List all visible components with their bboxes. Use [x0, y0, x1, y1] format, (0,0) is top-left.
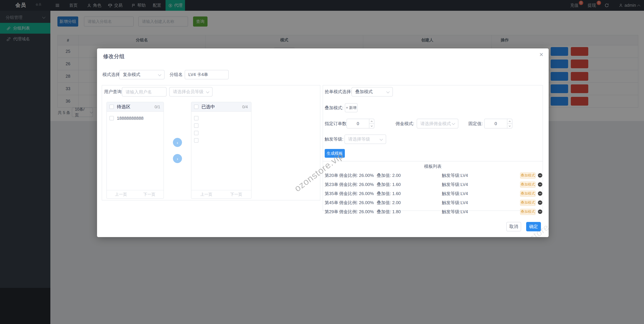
- next-page-link[interactable]: 下一页: [143, 192, 156, 197]
- cancel-button[interactable]: 取消: [506, 222, 521, 231]
- stack-mode-tag: 叠加模式: [520, 182, 536, 188]
- item-checkbox[interactable]: [194, 123, 198, 128]
- list-item[interactable]: [192, 129, 251, 136]
- commission-mode-select[interactable]: 请选择佣金模式: [417, 119, 458, 128]
- chevron-down-icon: [386, 90, 390, 93]
- step-down-icon[interactable]: [507, 123, 512, 128]
- remove-template-icon[interactable]: [538, 191, 542, 196]
- target-count: 0/4: [242, 104, 248, 109]
- grab-mode-select[interactable]: 叠加模式: [352, 87, 393, 96]
- add-new-button[interactable]: + 新增: [345, 103, 358, 112]
- user-query-label: 用户查询: [104, 87, 122, 96]
- next-page-link[interactable]: 下一页: [230, 192, 242, 197]
- chevron-down-icon: [206, 90, 209, 93]
- confirm-button[interactable]: 确定: [526, 222, 541, 231]
- mode-select[interactable]: 复杂模式: [119, 70, 164, 79]
- close-icon[interactable]: ×: [540, 51, 543, 58]
- group-name-input[interactable]: [185, 70, 229, 79]
- edit-group-modal: 修改分组 × 模式选择 复杂模式 分组名 用户查询 请选择会员等级: [97, 48, 549, 237]
- order-count-stepper[interactable]: [346, 119, 374, 128]
- template-list-title: 模板列表: [323, 164, 542, 170]
- prev-page-link[interactable]: 上一页: [200, 192, 212, 197]
- user-select-panel: 用户查询 请选择会员等级 待选区 0/1 18888888888: [102, 85, 320, 200]
- stack-mode-label: 叠加模式:: [325, 103, 343, 112]
- target-title: 已选中: [202, 104, 215, 110]
- list-item[interactable]: [192, 122, 251, 129]
- target-list-pagination: 上一页 下一页: [192, 190, 251, 198]
- source-list-header: 待选区 0/1: [107, 102, 164, 112]
- select-all-checkbox[interactable]: [194, 105, 198, 109]
- remove-template-icon[interactable]: [538, 173, 542, 178]
- remove-template-icon[interactable]: [538, 182, 542, 187]
- modal-title: 修改分组: [103, 53, 124, 60]
- move-right-button[interactable]: ›: [173, 154, 182, 163]
- username-input[interactable]: [122, 87, 166, 96]
- fixed-value-stepper[interactable]: [484, 119, 512, 128]
- chevron-down-icon: [452, 122, 455, 125]
- template-row: 第29单 佣金比例: 26.00% 叠加值: 1.80 触发等级:LV4 叠加模…: [323, 207, 542, 216]
- mode-select-label: 模式选择: [102, 70, 120, 79]
- list-item[interactable]: [192, 114, 251, 122]
- item-checkbox[interactable]: [194, 138, 198, 142]
- item-checkbox[interactable]: [194, 131, 198, 135]
- item-checkbox[interactable]: [110, 116, 114, 120]
- chevron-down-icon: [380, 137, 383, 140]
- chevron-down-icon: [158, 73, 161, 76]
- list-item[interactable]: [192, 136, 251, 144]
- order-count-label: 指定订单数:: [325, 119, 348, 128]
- generate-template-button[interactable]: 生成模板: [325, 149, 345, 158]
- step-up-icon[interactable]: [507, 119, 512, 123]
- member-level-select[interactable]: 请选择会员等级: [169, 87, 212, 96]
- trigger-level-select[interactable]: 请选择等级: [344, 134, 386, 144]
- stack-mode-tag: 叠加模式: [520, 172, 536, 178]
- source-count: 0/1: [154, 104, 160, 109]
- group-name-label: 分组名: [170, 70, 183, 79]
- trigger-level-label: 触发等级:: [325, 134, 343, 144]
- source-list-pagination: 上一页 下一页: [107, 190, 164, 198]
- grab-mode-panel: 抢单模式选择: 叠加模式 叠加模式: + 新增 指定订单数: 佣金模式: 请选择…: [323, 85, 543, 211]
- item-checkbox[interactable]: [194, 116, 198, 120]
- fixed-value-label: 固定值:: [468, 119, 483, 128]
- transfer-target-list: 已选中 0/4: [191, 102, 252, 199]
- stack-mode-tag: 叠加模式: [520, 209, 536, 215]
- source-title: 待选区: [117, 104, 130, 110]
- commission-mode-label: 佣金模式:: [396, 119, 414, 128]
- template-row: 第23单 佣金比例: 26.00% 叠加值: 1.60 触发等级:LV4 叠加模…: [323, 180, 542, 189]
- remove-template-icon[interactable]: [538, 200, 542, 205]
- step-down-icon[interactable]: [369, 123, 374, 128]
- template-row: 第45单 佣金比例: 26.00% 叠加值: 2.00 触发等级:LV4 叠加模…: [323, 198, 542, 207]
- step-up-icon[interactable]: [369, 119, 374, 123]
- template-list-section: 模板列表 第20单 佣金比例: 26.00% 叠加值: 2.00 触发等级:LV…: [323, 161, 542, 216]
- stack-mode-tag: 叠加模式: [520, 191, 536, 197]
- prev-page-link[interactable]: 上一页: [115, 192, 127, 197]
- transfer-source-list: 待选区 0/1 18888888888 上一页 下一页: [106, 102, 164, 199]
- template-row: 第20单 佣金比例: 26.00% 叠加值: 2.00 触发等级:LV4 叠加模…: [323, 171, 542, 180]
- template-row: 第35单 佣金比例: 26.00% 叠加值: 1.60 触发等级:LV4 叠加模…: [323, 189, 542, 198]
- target-list-header: 已选中 0/4: [192, 102, 251, 112]
- remove-template-icon[interactable]: [538, 210, 542, 214]
- move-left-button[interactable]: ‹: [173, 138, 182, 147]
- stack-mode-tag: 叠加模式: [520, 200, 536, 206]
- grab-mode-label: 抢单模式选择:: [325, 87, 352, 96]
- select-all-checkbox[interactable]: [110, 105, 114, 109]
- list-item[interactable]: 18888888888: [107, 114, 164, 122]
- app-root: 会员 会员 首页 角色 交易 帮助: [0, 0, 644, 324]
